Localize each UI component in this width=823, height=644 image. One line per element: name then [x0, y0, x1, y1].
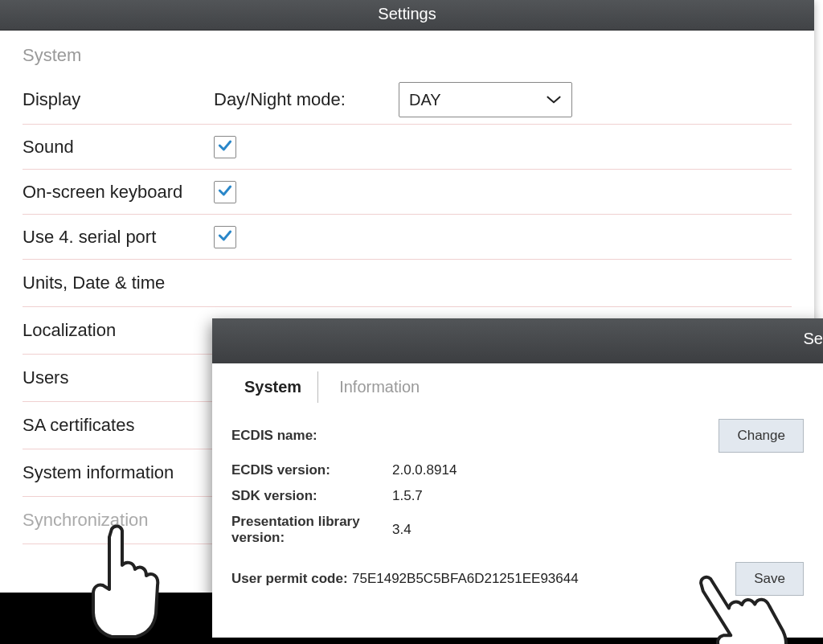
daynight-select[interactable]: DAY — [399, 82, 572, 117]
nav-units[interactable]: Units, Date & time — [23, 260, 792, 307]
permit-label: User permit code: — [231, 571, 352, 587]
change-button[interactable]: Change — [719, 419, 804, 453]
sound-label: Sound — [23, 137, 214, 158]
daynight-value: DAY — [409, 91, 441, 109]
chevron-down-icon — [546, 91, 562, 109]
tabs: System Information — [212, 363, 823, 403]
ecdis-name-label: ECDIS name: — [231, 428, 392, 444]
permit-value: 75E1492B5C5BFA6D21251EE93644 — [352, 571, 735, 587]
save-button[interactable]: Save — [735, 562, 804, 596]
display-label: Display — [23, 89, 214, 110]
row-sound: Sound — [23, 125, 792, 170]
tab-system[interactable]: System — [228, 371, 318, 403]
ecdis-version-label: ECDIS version: — [231, 462, 392, 478]
keyboard-checkbox[interactable] — [214, 181, 236, 203]
row-serial: Use 4. serial port — [23, 215, 792, 260]
serial-checkbox[interactable] — [214, 226, 236, 248]
section-system: System — [23, 45, 792, 66]
check-icon — [217, 228, 233, 247]
settings-title: Settings — [378, 5, 436, 23]
system-info-title-partial: Se — [804, 330, 823, 348]
check-icon — [217, 137, 233, 157]
sound-checkbox[interactable] — [214, 136, 236, 158]
sdk-version-value: 1.5.7 — [392, 488, 804, 504]
daynight-label: Day/Night mode: — [214, 89, 399, 110]
row-keyboard: On-screen keyboard — [23, 170, 792, 215]
preslib-version-label: Presentation library version: — [231, 514, 392, 546]
sdk-version-label: SDK version: — [231, 488, 392, 504]
row-display: Display Day/Night mode: DAY — [23, 76, 792, 125]
tab-information[interactable]: Information — [323, 371, 436, 403]
check-icon — [217, 183, 233, 202]
ecdis-version-value: 2.0.0.8914 — [392, 462, 804, 478]
system-info-window: Se System Information ECDIS name: Change… — [212, 318, 823, 638]
system-info-titlebar: Se — [212, 318, 823, 363]
preslib-version-value: 3.4 — [392, 522, 804, 538]
settings-titlebar: Settings — [0, 0, 814, 31]
keyboard-label: On-screen keyboard — [23, 182, 214, 203]
serial-label: Use 4. serial port — [23, 227, 214, 248]
